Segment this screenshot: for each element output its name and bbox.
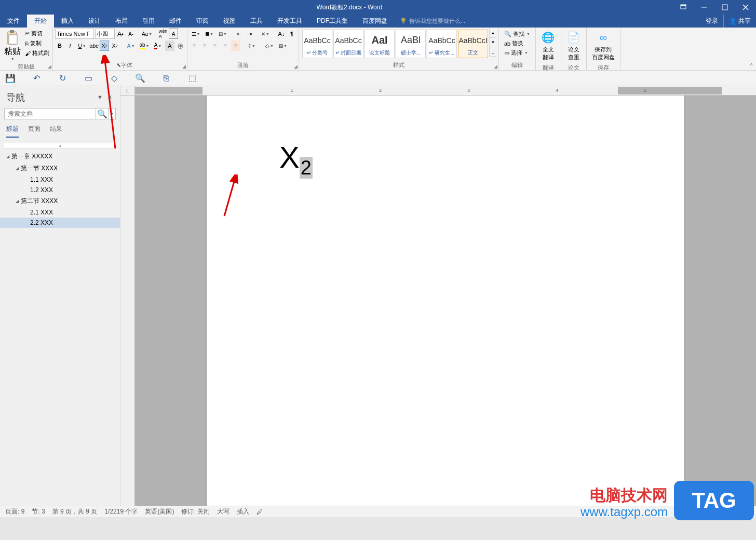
font-name-select[interactable] bbox=[55, 29, 94, 39]
decrease-font-button[interactable]: A▾ bbox=[126, 29, 136, 39]
tab-design[interactable]: 设计 bbox=[81, 15, 108, 28]
phonetic-guide-button[interactable]: wénA bbox=[158, 29, 168, 39]
maximize-icon[interactable] bbox=[714, 0, 735, 15]
change-case-button[interactable]: Aa▼ bbox=[141, 29, 153, 39]
qat-icon-3[interactable]: 🔍 bbox=[135, 73, 145, 84]
decrease-indent-button[interactable]: ⇤ bbox=[234, 29, 244, 39]
tree-item-21[interactable]: 2.1 XXX bbox=[0, 207, 120, 218]
distribute-button[interactable]: ≡ bbox=[231, 40, 240, 51]
superscript-button[interactable]: X2 bbox=[110, 40, 119, 51]
nav-tab-pages[interactable]: 页面 bbox=[28, 124, 40, 138]
clipboard-expand-icon[interactable]: ◢ bbox=[48, 64, 51, 69]
tab-layout[interactable]: 布局 bbox=[108, 15, 135, 28]
status-page[interactable]: 页面: 9 bbox=[5, 507, 24, 516]
cut-button[interactable]: ✂剪切 bbox=[24, 29, 50, 38]
tab-insert[interactable]: 插入 bbox=[54, 15, 81, 28]
styles-down-icon[interactable]: ▼ bbox=[490, 38, 496, 47]
select-button[interactable]: ▭选择▼ bbox=[502, 48, 532, 57]
tab-view[interactable]: 视图 bbox=[216, 15, 243, 28]
tab-tools[interactable]: 工具 bbox=[243, 15, 270, 28]
copy-button[interactable]: ⎘复制 bbox=[24, 38, 50, 48]
strikethrough-button[interactable]: abc bbox=[89, 40, 99, 51]
nav-collapse-bar[interactable]: ▴ bbox=[4, 143, 116, 148]
char-border-button[interactable]: A bbox=[169, 29, 178, 39]
nav-dropdown-icon[interactable]: ▼ bbox=[97, 94, 104, 101]
paragraph-expand-icon[interactable]: ◢ bbox=[294, 64, 298, 69]
qat-icon-2[interactable]: ◇ bbox=[109, 73, 119, 84]
bullets-button[interactable]: ☰▼ bbox=[190, 29, 202, 39]
document-text[interactable]: X2 bbox=[279, 142, 612, 178]
redo-icon[interactable]: ↻ bbox=[57, 73, 68, 84]
tab-mailings[interactable]: 邮件 bbox=[162, 15, 189, 28]
borders-button[interactable]: ⊞▼ bbox=[277, 40, 289, 51]
login-button[interactable]: 登录 bbox=[700, 15, 723, 28]
status-pages[interactable]: 第 9 页，共 9 页 bbox=[52, 507, 98, 516]
style-item-normal[interactable]: AaBbCcI正文 bbox=[458, 30, 488, 58]
enclose-char-button[interactable]: ㊥ bbox=[176, 40, 185, 51]
undo-icon[interactable]: ↶ bbox=[31, 73, 42, 84]
align-center-button[interactable]: ≡ bbox=[200, 40, 209, 51]
collapse-ribbon-icon[interactable]: ^ bbox=[747, 28, 756, 70]
nav-close-icon[interactable]: ✕ bbox=[107, 94, 115, 101]
styles-more-icon[interactable]: ⎯ bbox=[490, 47, 496, 57]
tab-file[interactable]: 文件 bbox=[0, 15, 27, 28]
ribbon-options-icon[interactable] bbox=[673, 0, 694, 15]
nav-tab-headings[interactable]: 标题 bbox=[6, 124, 19, 138]
document-page[interactable]: X2 bbox=[207, 96, 684, 506]
status-caps[interactable]: 大写 bbox=[217, 507, 230, 516]
style-item-title[interactable]: AaI论文标题 bbox=[365, 30, 395, 58]
tree-item-sec1[interactable]: ◢第一节 XXXX bbox=[0, 163, 120, 174]
tellme-search[interactable]: 💡 告诉我您想要做什么... bbox=[400, 15, 465, 28]
underline-button[interactable]: U▼ bbox=[76, 40, 88, 51]
search-input[interactable] bbox=[5, 109, 96, 119]
highlight-button[interactable]: ab▼ bbox=[138, 40, 151, 51]
tab-developer[interactable]: 开发工具 bbox=[270, 15, 309, 28]
font-size-select[interactable] bbox=[95, 29, 115, 39]
italic-button[interactable]: I bbox=[65, 40, 75, 51]
text-effects-button[interactable]: A▼ bbox=[125, 40, 137, 51]
tab-references[interactable]: 引用 bbox=[135, 15, 162, 28]
qat-icon-4[interactable]: ⎘ bbox=[161, 73, 171, 84]
status-mode[interactable]: 插入 bbox=[237, 507, 249, 516]
qat-icon-5[interactable]: ⬚ bbox=[187, 73, 197, 84]
status-words[interactable]: 1/2219 个字 bbox=[104, 507, 138, 516]
tree-item-ch1[interactable]: ◢第一章 XXXXX bbox=[0, 151, 120, 163]
tab-pdf[interactable]: PDF工具集 bbox=[309, 15, 355, 28]
font-expand-icon[interactable]: ◢ bbox=[182, 64, 186, 69]
styles-up-icon[interactable]: ▲ bbox=[490, 29, 496, 38]
document-scroll[interactable]: X2 bbox=[120, 96, 756, 506]
tab-home[interactable]: 开始 bbox=[27, 15, 54, 28]
tab-baidu[interactable]: 百度网盘 bbox=[355, 15, 395, 28]
paper-check-button[interactable]: 📄 论文 查重 bbox=[563, 29, 584, 63]
styles-expand-icon[interactable]: ◢ bbox=[494, 64, 497, 69]
vertical-ruler[interactable] bbox=[120, 96, 135, 506]
tree-item-22[interactable]: 2.2 XXX bbox=[0, 218, 120, 228]
align-right-button[interactable]: ≡ bbox=[210, 40, 220, 51]
multilevel-button[interactable]: ⊟▼ bbox=[217, 29, 229, 39]
numbering-button[interactable]: ≣▼ bbox=[203, 29, 215, 39]
qat-icon-1[interactable]: ▭ bbox=[83, 73, 93, 84]
bold-button[interactable]: B bbox=[55, 40, 64, 51]
tree-item-12[interactable]: 1.2 XXX bbox=[0, 185, 120, 195]
nav-tab-results[interactable]: 结果 bbox=[50, 124, 62, 138]
find-button[interactable]: 🔍查找▼ bbox=[502, 30, 532, 38]
nav-search[interactable]: 🔍 ▼ bbox=[4, 108, 116, 119]
save-baidu-button[interactable]: ∞ 保存到 百度网盘 bbox=[589, 29, 618, 63]
shading-button[interactable]: ◇▼ bbox=[263, 40, 276, 51]
search-icon[interactable]: 🔍 bbox=[96, 109, 108, 119]
status-language[interactable]: 英语(美国) bbox=[145, 507, 174, 516]
full-translate-button[interactable]: 🌐 全文 翻译 bbox=[538, 29, 559, 63]
style-item-grad[interactable]: AaBbCc↵ 研究生... bbox=[427, 30, 457, 58]
status-record-icon[interactable]: 🖊 bbox=[256, 508, 263, 516]
save-icon[interactable]: 💾 bbox=[5, 73, 16, 84]
tree-item-11[interactable]: 1.1 XXX bbox=[0, 174, 120, 185]
increase-font-button[interactable]: A▴ bbox=[116, 29, 125, 39]
line-spacing-button[interactable]: ‡▼ bbox=[246, 40, 258, 51]
replace-button[interactable]: ab替换 bbox=[502, 39, 532, 48]
horizontal-ruler[interactable]: 1 2 3 4 5 bbox=[135, 86, 756, 96]
paste-button[interactable]: 粘贴 ▼ bbox=[2, 29, 23, 62]
style-item-coverdate[interactable]: AaBbCc↵ 封面日期 bbox=[333, 30, 363, 58]
sort-button[interactable]: A↓ bbox=[277, 29, 286, 39]
style-item-category[interactable]: AaBbCc↵ 分类号 bbox=[302, 30, 332, 58]
show-marks-button[interactable]: ¶ bbox=[287, 29, 296, 39]
